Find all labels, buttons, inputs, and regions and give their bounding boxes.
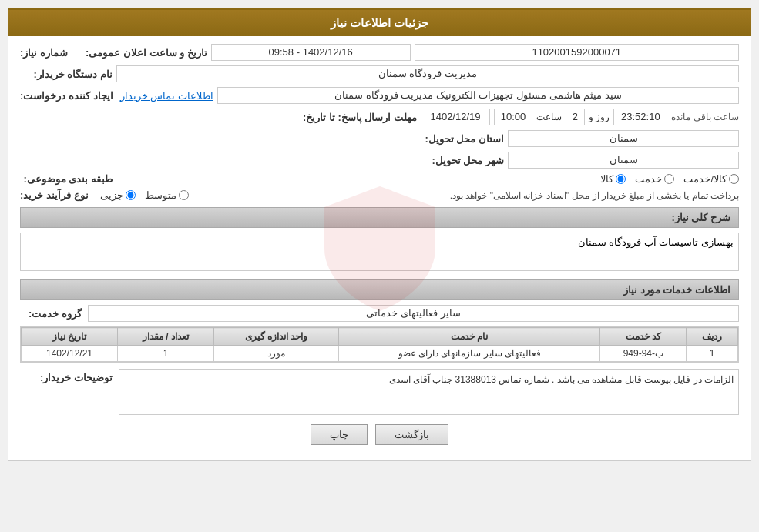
taarikh-elan-label: تاریخ و ساعت اعلان عمومی: xyxy=(86,47,207,59)
shahr-label: شهر محل تحویل: xyxy=(411,155,504,166)
buttons-row: بازگشت چاپ xyxy=(20,424,739,453)
services-table: ردیف کد خدمت نام خدمت واحد اندازه گیری ت… xyxy=(21,327,738,362)
tozihat-label: توضیحات خریدار: xyxy=(20,372,113,383)
countdown-value: 23:52:10 xyxy=(613,109,667,125)
tabaqe-label: طبقه بندی موضوعی: xyxy=(20,173,113,185)
shomare-niaz-label: شماره نیاز: xyxy=(20,47,82,59)
col-nam: نام خدمت xyxy=(338,328,599,346)
radio-kala-khadamat-label: کالا/خدمت xyxy=(683,173,727,185)
baqi-mande-text: ساعت باقی مانده xyxy=(671,112,739,122)
khademat-section-header: اطلاعات خدمات مورد نیاز xyxy=(20,279,739,300)
mohlat-label: مهلت ارسال پاسخ: تا تاریخ: xyxy=(303,112,417,123)
col-tarikh: تاریخ نیاز xyxy=(22,328,118,346)
table-cell-vahed: مورد xyxy=(213,346,338,362)
rooz-va-label: روز و xyxy=(589,112,610,122)
taarikh-elan-value: 1402/12/16 - 09:58 xyxy=(211,44,411,61)
navoe-desc: پرداخت تمام یا بخشی از مبلغ خریدار از مح… xyxy=(193,190,739,201)
shahr-value: سمنان xyxy=(508,152,739,169)
radio-kala-khadamat[interactable]: کالا/خدمت xyxy=(683,173,739,185)
radio-khadamat[interactable]: خدمت xyxy=(635,173,674,185)
col-radif: ردیف xyxy=(687,328,738,346)
table-cell-radif: 1 xyxy=(687,346,738,362)
radio-jazii[interactable]: جزیی xyxy=(100,189,136,201)
back-button[interactable]: بازگشت xyxy=(375,424,448,445)
nam-dastgah-label: نام دستگاه خریدار: xyxy=(20,69,113,80)
col-tedad: تعداد / مقدار xyxy=(118,328,214,346)
col-kod: کد خدمت xyxy=(600,328,687,346)
table-cell-tedad: 1 xyxy=(118,346,214,362)
rooz-value: 2 xyxy=(566,109,585,125)
goroh-value: سایر فعالیتهای خدماتی xyxy=(88,305,739,322)
saat-label: ساعت xyxy=(536,112,562,122)
radio-jazii-input[interactable] xyxy=(126,190,136,200)
radio-motevaset-input[interactable] xyxy=(179,190,189,200)
ijad-konande-label: ایجاد کننده درخواست: xyxy=(20,90,113,102)
radio-kala-input[interactable] xyxy=(616,174,626,184)
navoe-label: نوع فرآیند خرید: xyxy=(20,189,89,201)
nam-dastgah-value: مدیریت فرودگاه سمنان xyxy=(116,65,739,82)
radio-kala-label: کالا xyxy=(600,173,613,185)
table-cell-nam: فعالیتهای سایر سازمانهای دارای عضو xyxy=(338,346,599,362)
ostan-value: سمنان xyxy=(508,130,739,147)
table-cell-tarikh: 1402/12/21 xyxy=(22,346,118,362)
ijad-konande-value: سید میثم هاشمی مسئول تجهیزات الکترونیک م… xyxy=(217,87,739,104)
services-table-container: ردیف کد خدمت نام خدمت واحد اندازه گیری ت… xyxy=(20,326,739,363)
table-row: 1ب-94-949فعالیتهای سایر سازمانهای دارای … xyxy=(22,346,738,362)
sharh-section-header: شرح کلی نیاز: xyxy=(20,207,739,228)
page-title: جزئیات اطلاعات نیاز xyxy=(8,10,751,36)
tamas-khardar-link[interactable]: اطلاعات تماس خریدار xyxy=(120,90,213,102)
radio-motevaset[interactable]: متوسط xyxy=(145,189,189,201)
radio-kala[interactable]: کالا xyxy=(600,173,626,185)
shomare-niaz-value: 1102001592000071 xyxy=(415,44,740,61)
goroh-label: گروه خدمت: xyxy=(20,308,82,320)
radio-kala-khadamat-input[interactable] xyxy=(729,174,739,184)
mohlat-date-value: 1402/12/19 xyxy=(421,109,490,125)
radio-khadamat-label: خدمت xyxy=(635,173,662,185)
radio-khadamat-input[interactable] xyxy=(664,174,674,184)
ostan-label: استان محل تحویل: xyxy=(411,133,504,145)
radio-jazii-label: جزیی xyxy=(100,189,123,201)
radio-motevaset-label: متوسط xyxy=(145,189,176,201)
tozihat-value: الزامات در فایل پیوست قابل مشاهده می باش… xyxy=(119,369,739,415)
col-vahed: واحد اندازه گیری xyxy=(213,328,338,346)
print-button[interactable]: چاپ xyxy=(311,424,368,445)
table-cell-kod: ب-94-949 xyxy=(600,346,687,362)
saat-value: 10:00 xyxy=(494,109,532,125)
sharh-textarea[interactable] xyxy=(20,233,739,271)
